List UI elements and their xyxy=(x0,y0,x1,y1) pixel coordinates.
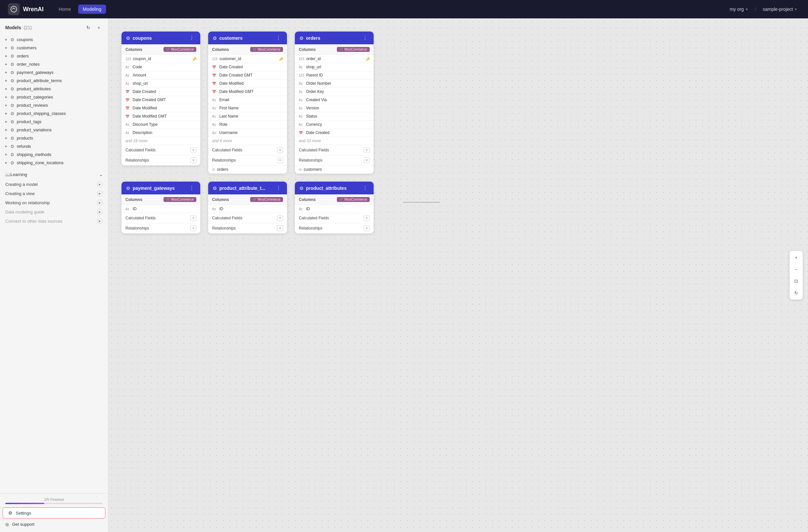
learning-item-connect[interactable]: Connect to other data sources ▶ xyxy=(5,216,103,226)
field-date-created: 📅 Date Created xyxy=(122,88,200,96)
sidebar-item-product-attribute-terms[interactable]: ▶ ⊙ product_attribute_terms xyxy=(0,76,108,85)
relationships-section[interactable]: Relationships + xyxy=(122,223,200,234)
logo: WrenAI xyxy=(8,3,44,15)
more-fields: and 6 more xyxy=(208,137,287,145)
key-icon: 🔑 xyxy=(366,57,370,61)
add-calc-field-button[interactable]: + xyxy=(190,215,196,221)
columns-header: Columns 🛒 WooCommerce xyxy=(122,195,200,205)
type-icon-text: Az xyxy=(212,98,217,102)
org-selector[interactable]: my org ▼ xyxy=(727,5,751,13)
card-payment-gateways-menu-button[interactable]: ⋮ xyxy=(188,185,196,191)
sidebar-item-product-categories[interactable]: ▶ ⊙ product_categories xyxy=(0,93,108,101)
card-coupons: ⊙ coupons ⋮ Columns 🛒 WooCommerce 123 co… xyxy=(122,32,200,166)
expand-icon: ▶ xyxy=(5,55,7,57)
svg-point-0 xyxy=(11,6,17,12)
card-product-attribute-t-title: ⊙ product_attribute_t... xyxy=(213,186,265,191)
sidebar-item-product-attributes[interactable]: ▶ ⊙ product_attributes xyxy=(0,85,108,93)
type-icon-text: Az xyxy=(125,123,131,126)
sidebar-item-product-tags[interactable]: ▶ ⊙ product_tags xyxy=(0,117,108,126)
play-connect-button[interactable]: ▶ xyxy=(97,218,103,224)
expand-icon: ▶ xyxy=(5,128,7,131)
type-icon-date: 📅 xyxy=(212,82,217,85)
add-relationship-button[interactable]: + xyxy=(277,157,283,163)
cards-container: ⊙ coupons ⋮ Columns 🛒 WooCommerce 123 co… xyxy=(108,18,387,246)
calculated-fields-section[interactable]: Calculated Fields + xyxy=(208,213,287,223)
type-icon-text: Az xyxy=(299,207,304,211)
card-coupons-menu-button[interactable]: ⋮ xyxy=(188,35,196,41)
sidebar-item-orders[interactable]: ▶ ⊙ orders xyxy=(0,52,108,60)
support-item[interactable]: ◎ Get support xyxy=(0,519,108,529)
sidebar-item-shipping-zone-locations[interactable]: ▶ ⊙ shipping_zone_locations xyxy=(0,159,108,167)
reset-view-button[interactable]: ↻ xyxy=(791,288,802,298)
sidebar-item-shipping-methods[interactable]: ▶ ⊙ shipping_methods xyxy=(0,150,108,159)
sidebar-item-refunds[interactable]: ▶ ⊙ refunds xyxy=(0,142,108,150)
calculated-fields-section[interactable]: Calculated Fields + xyxy=(295,145,374,155)
expand-icon: ▶ xyxy=(5,136,7,140)
card-customers: ⊙ customers ⋮ Columns 🛒 WooCommerce 123 … xyxy=(208,32,287,174)
learning-toggle[interactable]: 📖 Learning ⌄ xyxy=(5,169,103,180)
card-orders-menu-button[interactable]: ⋮ xyxy=(361,35,369,41)
sidebar-item-product-variations[interactable]: ▶ ⊙ product_variations xyxy=(0,126,108,134)
learning-item-data-guide[interactable]: Data modeling guide ▶ xyxy=(5,207,103,216)
zoom-in-button[interactable]: + xyxy=(791,252,802,263)
sidebar-item-customers[interactable]: ▶ ⊙ customers xyxy=(0,44,108,52)
relationships-section[interactable]: Relationships + xyxy=(295,155,374,166)
field-currency: Az Currency xyxy=(295,121,374,129)
settings-item[interactable]: ⚙ Settings xyxy=(3,507,105,518)
calculated-fields-section[interactable]: Calculated Fields + xyxy=(208,145,287,155)
play-guide-button[interactable]: ▶ xyxy=(97,209,103,215)
nav-separator: / xyxy=(755,6,756,12)
calculated-fields-section[interactable]: Calculated Fields + xyxy=(122,145,200,155)
models-list: ▶ ⊙ coupons ▶ ⊙ customers ▶ ⊙ orders ▶ ⊙… xyxy=(0,34,108,493)
relationships-section[interactable]: Relationships + xyxy=(208,155,287,166)
zoom-out-button[interactable]: − xyxy=(791,264,802,275)
learning-item-relationship[interactable]: Working on relationship ▶ xyxy=(5,198,103,207)
modeling-canvas[interactable]: ⊙ coupons ⋮ Columns 🛒 WooCommerce 123 co… xyxy=(108,18,808,532)
sidebar-item-product-shipping-classes[interactable]: ▶ ⊙ product_shipping_classes xyxy=(0,109,108,117)
add-calc-field-button[interactable]: + xyxy=(190,147,196,153)
relationships-section[interactable]: Relationships + xyxy=(295,223,374,234)
sidebar-item-coupons[interactable]: ▶ ⊙ coupons xyxy=(0,35,108,44)
sidebar-item-order-notes[interactable]: ▶ ⊙ order_notes xyxy=(0,60,108,68)
expand-icon: ▶ xyxy=(5,120,7,123)
add-relationship-button[interactable]: + xyxy=(190,225,196,231)
calculated-fields-section[interactable]: Calculated Fields + xyxy=(122,213,200,223)
field-id: Az ID xyxy=(295,205,374,213)
card-product-attributes-menu-button[interactable]: ⋮ xyxy=(361,185,369,191)
add-relationship-button[interactable]: + xyxy=(364,157,370,163)
columns-header: Columns 🛒 WooCommerce xyxy=(208,44,287,55)
calculated-fields-section[interactable]: Calculated Fields + xyxy=(295,213,374,223)
field-shop-url: Az shop_url xyxy=(295,63,374,71)
play-relationship-button[interactable]: ▶ xyxy=(97,200,103,206)
card-product-attribute-t-menu-button[interactable]: ⋮ xyxy=(274,185,282,191)
add-relationship-button[interactable]: + xyxy=(190,157,196,163)
field-parent-id: 123 Parent ID xyxy=(295,71,374,79)
nav-modeling[interactable]: Modeling xyxy=(78,5,106,14)
learning-chevron-icon: ⌄ xyxy=(99,172,103,177)
add-model-button[interactable]: + xyxy=(95,24,103,32)
relation-customers[interactable]: ⊙ customers xyxy=(295,166,374,174)
relationships-section[interactable]: Relationships + xyxy=(208,223,287,234)
add-calc-field-button[interactable]: + xyxy=(277,215,283,221)
relationships-section[interactable]: Relationships + xyxy=(122,155,200,166)
add-calc-field-button[interactable]: + xyxy=(364,215,370,221)
add-relationship-button[interactable]: + xyxy=(364,225,370,231)
add-calc-field-button[interactable]: + xyxy=(364,147,370,153)
logo-text: WrenAI xyxy=(23,6,44,13)
play-model-button[interactable]: ▶ xyxy=(97,181,103,187)
refresh-models-button[interactable]: ↻ xyxy=(85,24,92,32)
sidebar-item-payment-gateways[interactable]: ▶ ⊙ payment_gateways xyxy=(0,68,108,76)
fit-view-button[interactable]: ⊡ xyxy=(791,276,802,286)
relation-orders[interactable]: ⊙ orders xyxy=(208,166,287,174)
nav-home[interactable]: Home xyxy=(54,5,75,14)
learning-item-view[interactable]: Creating a view ▶ xyxy=(5,189,103,198)
project-selector[interactable]: sample-project ▼ xyxy=(760,5,800,13)
type-icon-text: Az xyxy=(299,123,304,126)
add-relationship-button[interactable]: + xyxy=(277,225,283,231)
learning-item-model[interactable]: Creating a model ▶ xyxy=(5,180,103,189)
play-view-button[interactable]: ▶ xyxy=(97,190,103,196)
add-calc-field-button[interactable]: + xyxy=(277,147,283,153)
sidebar-item-product-reviews[interactable]: ▶ ⊙ product_reviews xyxy=(0,101,108,109)
card-customers-menu-button[interactable]: ⋮ xyxy=(274,35,282,41)
sidebar-item-products[interactable]: ▶ ⊙ products xyxy=(0,134,108,142)
